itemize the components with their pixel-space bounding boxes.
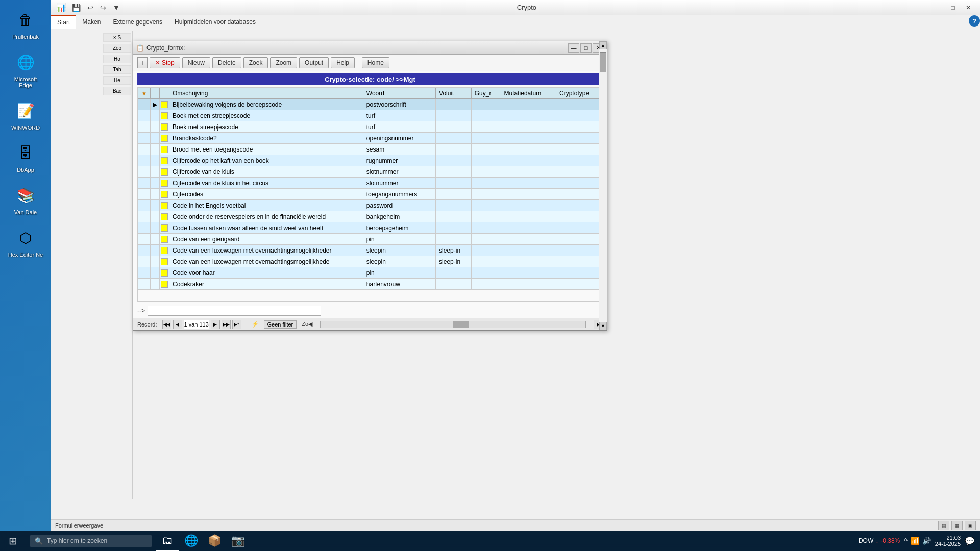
table-row[interactable]: Code van een luxewagen met overnachtings… — [138, 245, 602, 256]
taskbar-app-snip[interactable]: 📷 — [227, 531, 249, 551]
table-row[interactable]: ▶ Bijbelbewaking volgens de beroepscode … — [138, 99, 602, 110]
desktop-icon-vandale[interactable]: 📚 Van Dale — [5, 181, 46, 218]
cell-star — [138, 267, 151, 279]
toolbar-help-button[interactable]: Help — [331, 57, 355, 68]
table-row[interactable]: Code in het Engels voetbal password — [138, 200, 602, 211]
table-row[interactable]: Cijfercodes toegangsnummers — [138, 189, 602, 200]
data-table-container[interactable]: ★ Omschrijving Woord Voluit Guy_r Mutati… — [137, 87, 603, 302]
cell-arrow — [151, 222, 160, 234]
tray-chevron-icon[interactable]: ^ — [904, 537, 908, 545]
toolbar-nieuw-button[interactable]: Nieuw — [182, 57, 210, 68]
desktop-icon-winword[interactable]: 📝 WINWORD — [5, 96, 46, 133]
taskbar-clock[interactable]: 21:03 24-1-2025 — [935, 535, 961, 547]
cell-woord: sleepin — [363, 245, 435, 256]
scroll-up-button[interactable]: ▲ — [599, 41, 607, 49]
input-field[interactable] — [148, 306, 321, 316]
horizontal-scrollbar[interactable] — [320, 321, 586, 328]
filter-button[interactable]: Geen filter — [264, 320, 297, 329]
toolbar-zoom-button[interactable]: Zoom — [270, 57, 297, 68]
col-cryptotype: Cryptotype — [556, 88, 602, 99]
vandale-label: Van Dale — [14, 209, 37, 215]
tray-volume-icon[interactable]: 🔊 — [922, 537, 931, 545]
cell-voluit — [436, 155, 472, 166]
ribbon-tab-maken[interactable]: Maken — [76, 15, 107, 29]
cell-star — [138, 245, 151, 256]
search-icon: 🔍 — [35, 537, 43, 545]
form-view-1-button[interactable]: ▤ — [938, 521, 949, 530]
side-item-xs[interactable]: × S — [103, 33, 131, 42]
record-last-button[interactable]: ▶▶ — [222, 320, 231, 329]
table-row[interactable]: Boek met streepjescode turf — [138, 121, 602, 133]
cell-voluit — [436, 99, 472, 110]
side-item-tab[interactable]: Tab — [103, 65, 131, 74]
side-item-he[interactable]: He — [103, 76, 131, 85]
cell-star — [138, 256, 151, 267]
toolbar-delete-button[interactable]: Delete — [212, 57, 241, 68]
table-row[interactable]: Code van een luxewagen met overnachtings… — [138, 256, 602, 267]
table-row[interactable]: Boek met een streepjescode turf — [138, 110, 602, 121]
dialog-maximize-button[interactable]: □ — [580, 43, 592, 53]
scroll-down-button[interactable]: ▼ — [599, 322, 607, 330]
ribbon-tab-externe[interactable]: Externe gegevens — [107, 15, 168, 29]
toolbar-zoek-button[interactable]: Zoek — [243, 57, 268, 68]
cell-star — [138, 189, 151, 200]
maximize-button[interactable]: □ — [946, 3, 960, 13]
cell-arrow — [151, 110, 160, 121]
tray-network-icon[interactable]: 📶 — [911, 537, 919, 545]
taskbar-app-edge[interactable]: 🌐 — [180, 531, 202, 551]
ribbon-tab-start[interactable]: Start — [51, 15, 76, 29]
search-input[interactable] — [47, 537, 139, 544]
cell-guyr — [471, 155, 501, 166]
minimize-button[interactable]: — — [931, 3, 944, 13]
table-row[interactable]: Code van een gierigaard pin — [138, 234, 602, 245]
table-row[interactable]: Code tussen artsen waar alleen de smid w… — [138, 222, 602, 234]
desktop-icon-dbapp[interactable]: 🗄 DbApp — [5, 138, 46, 176]
desktop-icon-prullenbak[interactable]: 🗑 Prullenbak — [5, 5, 46, 42]
col-woord: Woord — [363, 88, 435, 99]
record-next-button[interactable]: ▶ — [211, 320, 220, 329]
toolbar-home-button[interactable]: Home — [362, 57, 389, 68]
desktop-icon-hexeditor[interactable]: ⬡ Hex Editor Ne — [5, 223, 46, 260]
form-view-2-button[interactable]: ▦ — [951, 521, 963, 530]
desktop-icon-edge[interactable]: 🌐 Microsoft Edge — [5, 47, 46, 91]
taskbar-search[interactable]: 🔍 — [30, 535, 152, 547]
table-row[interactable]: Cijfercode van de kluis in het circus sl… — [138, 178, 602, 189]
help-icon[interactable]: ? — [969, 15, 980, 27]
table-row[interactable]: Codekraker hartenvrouw — [138, 279, 602, 290]
form-view-3-button[interactable]: ▣ — [965, 521, 976, 530]
table-row[interactable]: Brood met een toegangscode sesam — [138, 144, 602, 155]
toolbar-stop-button[interactable]: ✕ Stop — [150, 57, 180, 68]
cell-guyr — [471, 256, 501, 267]
table-row[interactable]: Cijfercode op het kaft van een boek rugn… — [138, 155, 602, 166]
close-button[interactable]: ✕ — [962, 3, 975, 13]
qa-save-button[interactable]: 💾 — [69, 3, 83, 13]
start-button[interactable]: ⊞ — [0, 531, 26, 551]
toolbar-i-button[interactable]: I — [137, 57, 148, 68]
cell-mutatiedatum — [501, 211, 556, 222]
vertical-scrollbar[interactable]: ▲ ▼ — [599, 41, 607, 330]
side-item-zoo[interactable]: Zoo — [103, 44, 131, 53]
table-row[interactable]: Code onder de reservespelers en in de fi… — [138, 211, 602, 222]
taskbar-app-store[interactable]: 📦 — [203, 531, 226, 551]
qa-customize-button[interactable]: ▼ — [110, 3, 122, 13]
table-row[interactable]: Brandkastcode? openingsnummer — [138, 133, 602, 144]
record-prev-button[interactable]: ◀ — [173, 320, 182, 329]
dialog-minimize-button[interactable]: — — [568, 43, 579, 53]
table-row[interactable]: Cijfercode van de kluis slotnummer — [138, 166, 602, 178]
record-current-input[interactable] — [184, 320, 209, 329]
scroll-thumb — [600, 52, 606, 72]
table-row[interactable]: Code voor haar pin — [138, 267, 602, 279]
side-item-ho[interactable]: Ho — [103, 55, 131, 63]
cell-arrow — [151, 178, 160, 189]
ribbon-tab-hulpmiddelen[interactable]: Hulpmiddelen voor databases — [168, 15, 262, 29]
qa-redo-button[interactable]: ↪ — [97, 3, 109, 13]
taskbar-app-explorer[interactable]: 🗂 — [156, 531, 179, 551]
qa-undo-button[interactable]: ↩ — [85, 3, 96, 13]
form-status-bar: Formulierweergave ▤ ▦ ▣ — [51, 519, 980, 531]
notification-icon[interactable]: 💬 — [965, 536, 975, 546]
record-first-button[interactable]: ◀◀ — [162, 320, 172, 329]
cell-color — [160, 110, 169, 121]
side-item-bac[interactable]: Bac — [103, 87, 131, 95]
toolbar-output-button[interactable]: Output — [299, 57, 329, 68]
record-new-button[interactable]: ▶* — [232, 320, 241, 329]
